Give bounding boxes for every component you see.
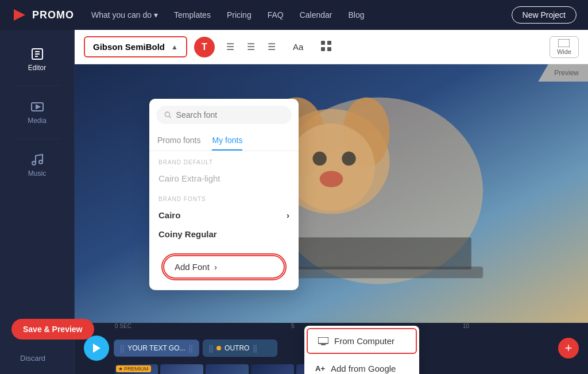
font-name-label: Gibson SemiBold: [93, 42, 165, 52]
arrow-right-icon: ›: [287, 210, 289, 220]
grid-icon: [320, 40, 332, 52]
svg-marker-6: [36, 105, 40, 109]
add-font-button[interactable]: Add Font ›: [163, 255, 285, 279]
font-tabs: Promo fonts My fonts: [149, 131, 299, 151]
sidebar-divider-1: [15, 86, 59, 86]
google-font-icon: A+: [315, 363, 325, 373]
arrow-right-icon-2: ›: [214, 262, 217, 272]
svg-rect-10: [327, 41, 331, 45]
sidebar-item-editor[interactable]: Editor: [0, 41, 74, 78]
font-size-button[interactable]: Aa: [287, 40, 309, 54]
nav-blog[interactable]: Blog: [349, 10, 365, 20]
logo-text: PROMO: [32, 9, 74, 21]
svg-line-15: [169, 116, 171, 118]
premium-badge: ★ PREMIUM: [116, 365, 151, 372]
align-right-button[interactable]: ☰: [263, 39, 280, 55]
tab-promo-fonts[interactable]: Promo fonts: [157, 131, 200, 151]
svg-rect-12: [327, 47, 331, 51]
music-icon: [30, 153, 44, 167]
editor-icon: [30, 47, 44, 61]
from-computer-label: From Computer: [334, 336, 394, 346]
nav-templates[interactable]: Templates: [174, 10, 211, 20]
wide-icon: [558, 39, 570, 47]
brand-default-label: BRAND DEFAULT: [149, 151, 299, 169]
svg-point-8: [39, 160, 42, 164]
sidebar-music-label: Music: [28, 169, 46, 178]
search-icon: [164, 111, 172, 119]
preview-area: Promo fonts My fonts BRAND DEFAULT Cairo…: [75, 64, 588, 323]
svg-point-24: [288, 124, 375, 211]
text-clip-label: YOUR TEXT GO...: [127, 344, 185, 352]
layout-grid-button[interactable]: [316, 38, 336, 56]
left-handle-outro: ||: [209, 344, 213, 353]
nav-faq[interactable]: FAQ: [268, 10, 284, 20]
from-computer-dropdown: From Computer A+ Add from Google: [304, 326, 419, 374]
svg-point-26: [342, 152, 355, 165]
media-thumb-1[interactable]: ★ PREMIUM: [115, 364, 158, 374]
text-color-button[interactable]: T: [194, 37, 215, 57]
font-search-container: [156, 106, 292, 124]
outro-clip[interactable]: || OUTRO ||: [203, 340, 277, 357]
media-thumb-2[interactable]: [160, 364, 203, 374]
svg-marker-30: [93, 344, 100, 353]
add-from-google-label: Add from Google: [331, 364, 396, 373]
add-font-label: Add Font: [175, 262, 210, 272]
media-thumb-4[interactable]: [251, 364, 294, 374]
svg-point-25: [312, 152, 326, 165]
save-preview-button[interactable]: Save & Preview: [11, 319, 94, 340]
logo-icon: [11, 7, 28, 23]
nav-links: What you can do ▾ Templates Pricing FAQ …: [91, 10, 494, 20]
dot-indicator: [216, 346, 221, 350]
sidebar-divider-2: [15, 138, 59, 139]
from-computer-item[interactable]: From Computer: [307, 328, 417, 354]
svg-point-14: [165, 112, 169, 117]
align-center-button[interactable]: ☰: [242, 39, 260, 55]
svg-rect-9: [321, 41, 325, 45]
left-handle-text: ||: [120, 344, 124, 353]
coiny-regular-font-item[interactable]: Coiny Regular: [149, 225, 299, 244]
logo[interactable]: PROMO: [11, 7, 74, 23]
svg-point-27: [320, 171, 343, 187]
sidebar-editor-label: Editor: [28, 64, 46, 72]
outro-clip-label: OUTRO: [225, 344, 249, 352]
tab-my-fonts[interactable]: My fonts: [212, 131, 242, 151]
brand-fonts-label: BRAND FONTS: [149, 188, 299, 206]
media-icon: [30, 100, 44, 114]
align-left-button[interactable]: ☰: [222, 39, 239, 55]
svg-rect-29: [291, 237, 471, 269]
media-thumb-3[interactable]: [206, 364, 249, 374]
new-project-button[interactable]: New Project: [512, 6, 577, 24]
font-search-input[interactable]: [176, 110, 284, 119]
top-navigation: PROMO What you can do ▾ Templates Pricin…: [0, 0, 588, 30]
text-clip[interactable]: || YOUR TEXT GO... ||: [114, 340, 199, 357]
font-selector-button[interactable]: Gibson SemiBold ▲: [84, 36, 187, 57]
add-clip-button[interactable]: +: [558, 338, 579, 358]
svg-marker-0: [14, 9, 25, 21]
right-handle-text: ||: [189, 344, 193, 353]
sidebar-item-music[interactable]: Music: [0, 147, 74, 183]
editor-toolbar: Gibson SemiBold ▲ T ☰ ☰ ☰ Aa: [75, 30, 588, 64]
tick-5: 5: [291, 323, 295, 329]
cairo-font-item[interactable]: Cairo ›: [149, 206, 299, 225]
sidebar-media-label: Media: [28, 117, 47, 125]
wide-button[interactable]: Wide: [550, 36, 579, 58]
nav-pricing[interactable]: Pricing: [227, 10, 252, 20]
sidebar-item-media[interactable]: Media: [0, 94, 74, 130]
computer-icon: [318, 337, 328, 345]
add-font-container: Add Font ›: [149, 244, 299, 290]
nav-what-you-can-do[interactable]: What you can do ▾: [91, 10, 158, 20]
font-dropdown-panel: Promo fonts My fonts BRAND DEFAULT Cairo…: [149, 99, 299, 290]
tick-0sec: 0 SEC: [115, 323, 131, 329]
chevron-up-icon: ▲: [171, 43, 178, 51]
play-icon: [92, 343, 101, 353]
nav-calendar[interactable]: Calendar: [300, 10, 332, 20]
add-from-google-item[interactable]: A+ Add from Google: [304, 356, 419, 374]
svg-rect-13: [558, 39, 570, 47]
cairo-extra-light-item[interactable]: Cairo Extra-light: [149, 169, 299, 188]
svg-text:A+: A+: [315, 364, 325, 373]
content-area: Gibson SemiBold ▲ T ☰ ☰ ☰ Aa: [75, 30, 588, 374]
svg-point-7: [32, 161, 36, 165]
discard-button[interactable]: Discard: [20, 354, 45, 363]
svg-rect-11: [321, 47, 325, 51]
play-button[interactable]: [84, 336, 109, 361]
